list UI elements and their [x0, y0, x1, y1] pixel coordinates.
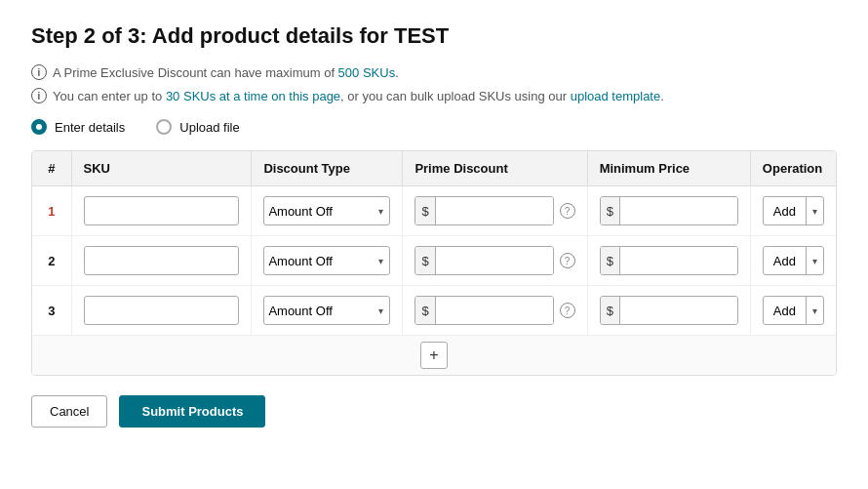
upload-template-link[interactable]: upload template [571, 89, 661, 103]
prime-discount-input-2[interactable] [436, 247, 553, 274]
discount-type-cell-3: Amount Off Percentage Off ▾ [252, 286, 403, 336]
prime-discount-wrap-3: $ ? [414, 296, 574, 325]
info-row-2: i You can enter up to 30 SKUs at a time … [31, 88, 837, 103]
product-table: # SKU Discount Type Prime Discount Minim… [32, 151, 836, 375]
discount-type-select-1[interactable]: Amount Off Percentage Off [264, 197, 373, 224]
min-price-input-1[interactable] [620, 197, 737, 224]
radio-enter-details-circle [31, 119, 47, 135]
radio-upload-file-label: Upload file [179, 120, 239, 135]
sku-input-3[interactable] [84, 296, 240, 325]
add-row-button[interactable]: + [420, 342, 448, 369]
add-btn-chevron-3[interactable]: ▾ [807, 297, 823, 324]
cancel-button[interactable]: Cancel [31, 395, 107, 428]
sku-input-2[interactable] [84, 246, 240, 275]
operation-cell-1: Add ▾ [750, 186, 836, 236]
prime-discount-cell-3: $ ? [403, 286, 587, 336]
radio-upload-file[interactable]: Upload file [156, 119, 239, 135]
info-icon-2: i [31, 88, 47, 103]
radio-upload-file-circle [156, 119, 172, 135]
table-row: 2 Amount Off Percentage Off ▾ [32, 236, 836, 286]
add-btn-chevron-2[interactable]: ▾ [807, 247, 823, 274]
help-icon-2[interactable]: ? [560, 253, 575, 268]
add-button-3[interactable]: Add [764, 297, 806, 324]
add-btn-chevron-1[interactable]: ▾ [807, 197, 823, 224]
sku-limit-highlight: 30 SKUs at a time on this page [166, 89, 340, 103]
row-num-1: 1 [32, 186, 71, 236]
prime-discount-wrap-2: $ ? [414, 246, 574, 275]
discount-select-wrap-2: Amount Off Percentage Off ▾ [263, 246, 390, 275]
help-icon-3[interactable]: ? [560, 303, 575, 318]
op-wrap-2: Add ▾ [763, 246, 824, 275]
col-sku: SKU [71, 151, 252, 186]
row-num-3: 3 [32, 286, 71, 336]
add-button-1[interactable]: Add [764, 197, 806, 224]
min-dollar-prefix-2: $ [601, 247, 620, 274]
discount-chevron-3: ▾ [373, 306, 389, 316]
prime-discount-input-1[interactable] [436, 197, 553, 224]
operation-cell-3: Add ▾ [750, 286, 836, 336]
add-row: + [32, 336, 836, 376]
min-price-cell-1: $ [587, 186, 750, 236]
discount-type-select-2[interactable]: Amount Off Percentage Off [264, 247, 373, 274]
min-price-wrap-3: $ [600, 296, 738, 325]
col-prime-discount: Prime Discount [403, 151, 587, 186]
add-btn-wrap-2: Add ▾ [763, 246, 824, 275]
prime-discount-cell-2: $ ? [403, 236, 587, 286]
discount-select-wrap-1: Amount Off Percentage Off ▾ [263, 196, 390, 225]
min-dollar-wrap-1: $ [600, 196, 738, 225]
min-price-wrap-1: $ [600, 196, 738, 225]
dollar-prefix-1: $ [415, 197, 435, 224]
footer-buttons: Cancel Submit Products [31, 395, 837, 428]
table-row: 3 Amount Off Percentage Off ▾ [32, 286, 836, 336]
col-discount-type: Discount Type [252, 151, 403, 186]
min-dollar-wrap-3: $ [600, 296, 738, 325]
min-price-input-2[interactable] [620, 247, 737, 274]
dollar-prefix-3: $ [415, 297, 435, 324]
info-highlight-1: 500 SKUs [338, 65, 396, 80]
min-price-cell-2: $ [587, 236, 750, 286]
sku-cell-2 [71, 236, 252, 286]
min-price-wrap-2: $ [600, 246, 738, 275]
add-btn-wrap-1: Add ▾ [763, 196, 824, 225]
add-btn-wrap-3: Add ▾ [763, 296, 824, 325]
min-dollar-prefix-1: $ [601, 197, 620, 224]
radio-enter-details-label: Enter details [55, 120, 125, 135]
table-row: 1 Amount Off Percentage Off ▾ [32, 186, 836, 236]
prime-discount-wrap-1: $ ? [414, 196, 574, 225]
page-title: Step 2 of 3: Add product details for TES… [31, 23, 837, 49]
discount-type-cell-2: Amount Off Percentage Off ▾ [252, 236, 403, 286]
sku-cell-1 [71, 186, 252, 236]
input-mode-group: Enter details Upload file [31, 119, 837, 135]
prime-discount-cell-1: $ ? [403, 186, 587, 236]
min-dollar-prefix-3: $ [601, 297, 620, 324]
min-price-input-3[interactable] [620, 297, 737, 324]
discount-select-wrap-3: Amount Off Percentage Off ▾ [263, 296, 390, 325]
dollar-prefix-2: $ [415, 247, 435, 274]
sku-input-1[interactable] [84, 196, 240, 225]
dollar-wrap-3: $ [414, 296, 553, 325]
info-icon-1: i [31, 64, 47, 80]
sku-cell-3 [71, 286, 252, 336]
discount-type-select-3[interactable]: Amount Off Percentage Off [264, 297, 373, 324]
dollar-wrap-2: $ [414, 246, 553, 275]
submit-products-button[interactable]: Submit Products [119, 395, 265, 428]
product-table-container: # SKU Discount Type Prime Discount Minim… [31, 150, 837, 376]
info-text-1: A Prime Exclusive Discount can have maxi… [53, 65, 399, 80]
operation-cell-2: Add ▾ [750, 236, 836, 286]
radio-enter-details[interactable]: Enter details [31, 119, 125, 135]
min-dollar-wrap-2: $ [600, 246, 738, 275]
add-button-2[interactable]: Add [764, 247, 806, 274]
add-row-cell: + [32, 336, 836, 376]
op-wrap-3: Add ▾ [763, 296, 824, 325]
min-price-cell-3: $ [587, 286, 750, 336]
table-header-row: # SKU Discount Type Prime Discount Minim… [32, 151, 836, 186]
col-min-price: Minimum Price [587, 151, 750, 186]
discount-type-cell-1: Amount Off Percentage Off ▾ [252, 186, 403, 236]
prime-discount-input-3[interactable] [436, 297, 553, 324]
col-num: # [32, 151, 71, 186]
op-wrap-1: Add ▾ [763, 196, 824, 225]
help-icon-1[interactable]: ? [560, 203, 575, 219]
row-num-2: 2 [32, 236, 71, 286]
discount-chevron-2: ▾ [373, 256, 389, 266]
info-row-1: i A Prime Exclusive Discount can have ma… [31, 64, 837, 80]
